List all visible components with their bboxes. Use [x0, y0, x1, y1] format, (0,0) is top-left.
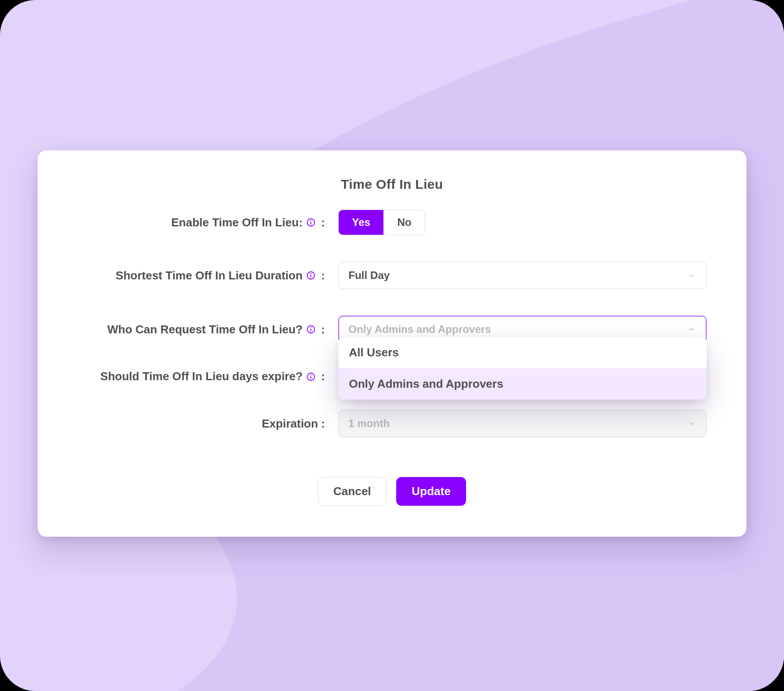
- chevron-down-icon: [687, 419, 696, 428]
- chevron-down-icon: [687, 271, 696, 280]
- duration-select-value: Full Day: [348, 269, 687, 282]
- info-icon[interactable]: [306, 218, 316, 227]
- who-can-request-dropdown: All Users Only Admins and Approvers: [338, 337, 707, 400]
- info-icon[interactable]: [306, 271, 316, 280]
- svg-point-8: [310, 327, 311, 328]
- info-icon[interactable]: [306, 325, 316, 334]
- enable-no-button[interactable]: No: [383, 210, 425, 235]
- info-icon[interactable]: [306, 372, 316, 382]
- label-should-expire-text: Should Time Off In Lieu days expire?: [100, 370, 303, 383]
- colon: :: [321, 269, 325, 283]
- row-duration: Shortest Time Off In Lieu Duration : Ful…: [77, 262, 707, 289]
- footer-actions: Cancel Update: [77, 477, 707, 506]
- label-expiration: Expiration :: [77, 417, 325, 431]
- label-duration-text: Shortest Time Off In Lieu Duration: [116, 269, 303, 283]
- label-expiration-text: Expiration :: [262, 417, 325, 431]
- decorative-background: Time Off In Lieu Enable Time Off In Lieu…: [0, 0, 784, 691]
- chevron-down-icon: [687, 325, 696, 334]
- duration-select[interactable]: Full Day: [338, 262, 707, 289]
- enable-toggle: Yes No: [338, 210, 425, 235]
- expiration-select[interactable]: 1 month: [338, 410, 707, 437]
- svg-point-5: [310, 273, 311, 274]
- colon: :: [321, 370, 325, 383]
- svg-point-2: [310, 220, 311, 221]
- label-should-expire: Should Time Off In Lieu days expire? :: [77, 370, 325, 383]
- label-duration: Shortest Time Off In Lieu Duration :: [77, 269, 325, 283]
- colon: :: [321, 323, 325, 336]
- expiration-select-value: 1 month: [348, 417, 687, 430]
- label-enable: Enable Time Off In Lieu: :: [77, 216, 325, 229]
- dropdown-option-all-users[interactable]: All Users: [338, 337, 707, 368]
- label-who-can-request-text: Who Can Request Time Off In Lieu?: [107, 323, 303, 336]
- label-who-can-request: Who Can Request Time Off In Lieu? :: [77, 323, 325, 336]
- colon: :: [321, 216, 325, 229]
- panel-title: Time Off In Lieu: [77, 177, 707, 192]
- cancel-button[interactable]: Cancel: [318, 477, 386, 506]
- label-enable-text: Enable Time Off In Lieu:: [171, 216, 302, 229]
- who-can-request-placeholder: Only Admins and Approvers: [348, 323, 687, 336]
- svg-point-11: [310, 374, 311, 375]
- settings-panel: Time Off In Lieu Enable Time Off In Lieu…: [38, 150, 746, 537]
- update-button[interactable]: Update: [396, 477, 466, 506]
- enable-yes-button[interactable]: Yes: [339, 210, 383, 235]
- row-enable: Enable Time Off In Lieu: : Yes No: [77, 210, 707, 235]
- row-expiration: Expiration : 1 month: [77, 410, 707, 437]
- dropdown-option-admins-approvers[interactable]: Only Admins and Approvers: [338, 368, 707, 400]
